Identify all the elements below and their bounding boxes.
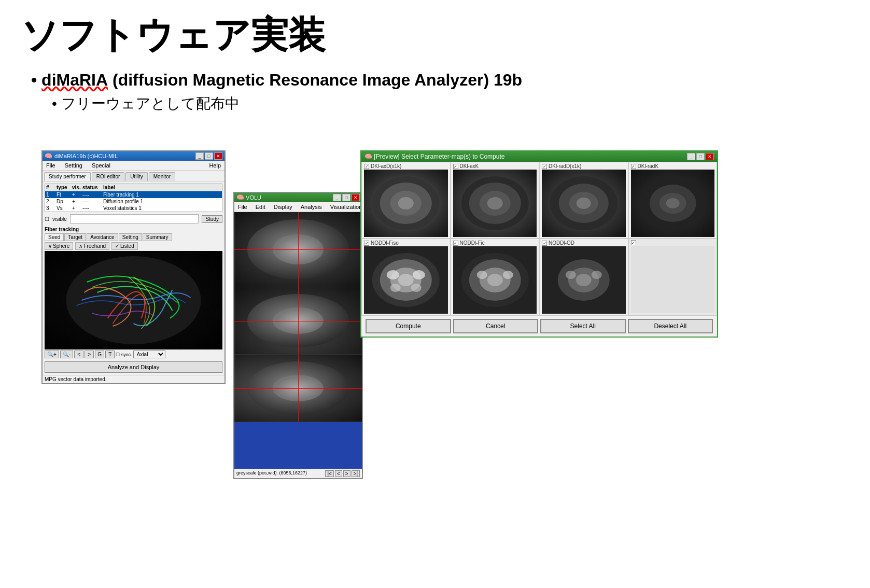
- volu-menu-file[interactable]: File: [236, 203, 249, 211]
- menu-setting[interactable]: Setting: [63, 162, 84, 169]
- volu-close-button[interactable]: ✕: [352, 194, 360, 201]
- mri-svg-dki-axd: [364, 170, 448, 237]
- freehand-btn[interactable]: Freehand: [75, 242, 109, 250]
- tab-monitor[interactable]: Monitor: [149, 172, 175, 181]
- win-main-tabs: Study performer ROI editor Utility Monit…: [43, 171, 224, 181]
- volu-titlebar-left: 🧠 VOLU: [236, 194, 261, 201]
- param-checkbox-dki-axk[interactable]: ✓: [453, 164, 458, 169]
- page-title: ソフトウェア実装: [0, 0, 870, 65]
- param-checkbox-noddi-fiso[interactable]: ✓: [364, 241, 369, 246]
- volu-axial-slice[interactable]: [234, 212, 362, 287]
- param-cell-noddi-fic[interactable]: ✓ NODDl-Fic: [451, 239, 540, 315]
- volu-win-controls: _ □ ✕: [333, 194, 360, 201]
- minimize-button[interactable]: _: [195, 152, 204, 160]
- volu-menubar: File Edit Display Analysis Visualization: [234, 202, 362, 212]
- volu-menu-analysis[interactable]: Analysis: [299, 203, 324, 211]
- tab-roi-editor[interactable]: ROI editor: [92, 172, 125, 181]
- param-image-dki-radk: [631, 170, 715, 237]
- next-slice-button[interactable]: >: [85, 351, 94, 358]
- study-row-2[interactable]: 2 Dp + ---- Diffusion profile 1: [45, 198, 222, 205]
- bullets-section: • diMaRIA (diffusion Magnetic Resonance …: [0, 65, 870, 119]
- volu-minimize-button[interactable]: _: [333, 194, 341, 201]
- volu-nav-first[interactable]: |<: [325, 470, 333, 477]
- param-cell-dki-axk[interactable]: ✓ DKl-axK: [451, 162, 540, 239]
- param-close-button[interactable]: ✕: [706, 153, 714, 160]
- screenshots-area: 🧠 diMaRIA19b (c)HCU-MIL _ □ ✕ File Setti…: [41, 150, 845, 576]
- param-image-noddi-fiso: [364, 246, 448, 314]
- menu-special[interactable]: Special: [90, 162, 112, 169]
- analyze-display-button[interactable]: Analyze and Display: [45, 361, 222, 373]
- menu-file[interactable]: File: [45, 162, 57, 169]
- listed-btn[interactable]: Listed: [111, 242, 138, 250]
- param-checkbox-noddi-fic[interactable]: ✓: [453, 241, 458, 246]
- zoom-in-button[interactable]: 🔍+: [45, 351, 59, 358]
- param-image-noddi-od: [542, 246, 626, 314]
- study-row-1[interactable]: 1 Ft + ---- Fiber tracking 1: [45, 191, 222, 198]
- study-button[interactable]: Study: [202, 215, 222, 223]
- param-cell-dki-radk[interactable]: ✓ DKl-radK: [628, 162, 718, 239]
- fiber-tab-setting[interactable]: Setting: [119, 233, 142, 241]
- fiber-tab-target[interactable]: Target: [64, 233, 86, 241]
- volu-nav-next[interactable]: >: [343, 470, 350, 477]
- close-button[interactable]: ✕: [214, 152, 222, 160]
- deselect-all-button[interactable]: Deselect All: [628, 319, 713, 333]
- tab-study-performer[interactable]: Study performer: [44, 172, 91, 181]
- volu-nav-last[interactable]: >|: [352, 470, 360, 477]
- fiber-tab-avoidance[interactable]: Avoidance: [87, 233, 118, 241]
- param-maximize-button[interactable]: □: [696, 153, 705, 160]
- param-checkbox-noddi-od[interactable]: ✓: [542, 241, 547, 246]
- fiber-tab-seed[interactable]: Seed: [45, 233, 64, 241]
- param-minimize-button[interactable]: _: [687, 153, 695, 160]
- svg-point-8: [487, 197, 502, 209]
- maximize-button[interactable]: □: [205, 152, 213, 160]
- win-volu: 🧠 VOLU _ □ ✕ File Edit Display Analysis …: [233, 192, 363, 479]
- param-checkbox-dki-axd[interactable]: ✓: [364, 164, 369, 169]
- fiber-svg: [45, 251, 222, 349]
- volu-sagittal-slice[interactable]: [234, 355, 362, 422]
- volu-menu-display[interactable]: Display: [272, 203, 294, 211]
- volu-nav-prev[interactable]: <: [335, 470, 342, 477]
- param-icon: 🧠: [364, 153, 372, 160]
- zoom-out-button[interactable]: 🔍-: [60, 351, 73, 358]
- visible-checkbox[interactable]: ☐: [45, 216, 49, 222]
- bullet-main-text: (diffusion Magnetic Resonance Image Anal…: [113, 71, 522, 89]
- param-cell-dki-axd[interactable]: ✓ DKl-axD(x1k): [361, 162, 451, 239]
- listed-arrow-icon: [115, 243, 119, 249]
- main-status-bar: MPG vector data imported.: [43, 375, 224, 383]
- cancel-button[interactable]: Cancel: [453, 319, 539, 333]
- volu-status-bar: greyscale (pos,wid): (6056,16227) |< < >…: [234, 469, 362, 478]
- t-button[interactable]: T: [105, 351, 115, 358]
- volu-maximize-button[interactable]: □: [342, 194, 350, 201]
- volu-blue-panel: [234, 422, 362, 469]
- win-controls: _ □ ✕: [195, 152, 222, 160]
- volu-menu-visualization[interactable]: Visualization: [329, 203, 364, 211]
- param-label-dki-radd: ✓ DKl-radD(x1k): [542, 163, 626, 169]
- fiber-tab-summary[interactable]: Summary: [143, 233, 172, 241]
- tracking-controls: Sphere Freehand Listed: [45, 242, 222, 250]
- mri-svg-noddi-od: [542, 246, 626, 314]
- param-cell-noddi-fiso[interactable]: ✓ NODDl-Fiso: [361, 239, 451, 315]
- crosshair-vertical-3: [298, 355, 299, 422]
- dimaria-brand: diMaRIA: [41, 71, 108, 89]
- axis-select[interactable]: Axial Coronal Sagittal: [133, 351, 165, 358]
- tab-utility[interactable]: Utility: [125, 172, 147, 181]
- study-name-input[interactable]: [70, 214, 199, 223]
- volu-coronal-slice[interactable]: [234, 287, 362, 355]
- prev-slice-button[interactable]: <: [74, 351, 83, 358]
- param-checkbox-empty[interactable]: ↙: [631, 240, 636, 245]
- param-image-noddi-fic: [453, 246, 537, 314]
- select-all-button[interactable]: Select All: [540, 319, 626, 333]
- param-cell-noddi-od[interactable]: ✓ NODDl-OD: [539, 239, 628, 315]
- param-cell-dki-radd[interactable]: ✓ DKl-radD(x1k): [539, 162, 628, 239]
- sphere-btn[interactable]: Sphere: [45, 242, 73, 250]
- param-checkbox-dki-radd[interactable]: ✓: [542, 164, 547, 169]
- g-button[interactable]: G: [95, 351, 104, 358]
- compute-button[interactable]: Compute: [366, 319, 451, 333]
- param-label-dki-axd: ✓ DKl-axD(x1k): [364, 163, 448, 169]
- menu-help[interactable]: Help: [207, 162, 222, 169]
- volu-menu-edit[interactable]: Edit: [254, 203, 267, 211]
- param-title: [Preview] Select Parameter-map(s) to Com…: [374, 153, 504, 160]
- sync-checkbox[interactable]: ☐ sync.: [116, 352, 132, 357]
- study-row-3[interactable]: 3 Vs + ---- Voxel statistics 1: [45, 205, 222, 212]
- param-checkbox-dki-radk[interactable]: ✓: [631, 164, 636, 169]
